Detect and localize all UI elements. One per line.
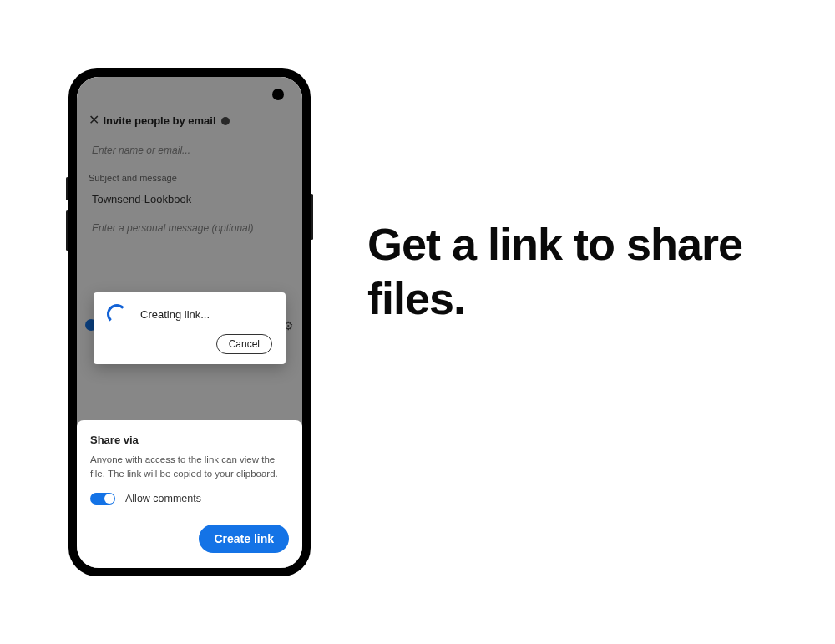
volume-down-button <box>66 210 68 251</box>
sheet-title: Share via <box>90 434 289 446</box>
sheet-description: Anyone with access to the link can view … <box>90 453 289 482</box>
share-bottom-sheet: Share via Anyone with access to the link… <box>77 420 302 569</box>
spinner-icon <box>107 304 127 324</box>
allow-comments-toggle[interactable] <box>90 493 115 505</box>
creating-link-modal: Creating link... Cancel <box>94 292 286 364</box>
cancel-button[interactable]: Cancel <box>216 334 272 354</box>
allow-comments-row[interactable]: Allow comments <box>90 493 289 505</box>
modal-status-text: Creating link... <box>140 308 210 321</box>
create-link-button[interactable]: Create link <box>199 525 289 553</box>
phone-screen: ✕ Invite people by email i Enter name or… <box>77 77 302 568</box>
phone-frame: ✕ Invite people by email i Enter name or… <box>68 68 311 576</box>
power-button <box>311 194 313 240</box>
camera-hole <box>272 89 284 100</box>
allow-comments-label: Allow comments <box>125 493 201 505</box>
volume-up-button <box>66 177 68 200</box>
marketing-headline: Get a link to share files. <box>367 217 802 326</box>
